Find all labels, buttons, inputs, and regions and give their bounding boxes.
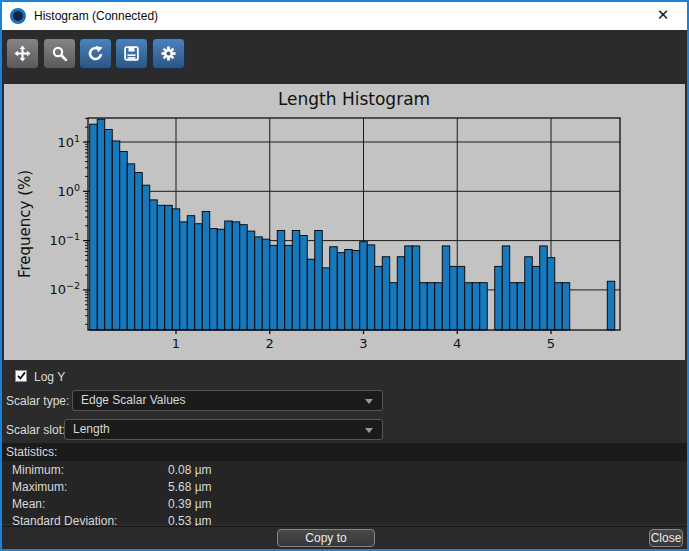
window-close-icon[interactable]: ✕ [650,6,676,26]
stat-value: 0.08 µm [168,463,212,477]
histogram-dialog: Histogram (Connected) ✕ [0,0,689,551]
svg-text:4: 4 [453,336,461,351]
svg-text:3: 3 [359,336,367,351]
stat-row-maximum: Maximum: 5.68 µm [2,480,687,495]
pan-tool-button[interactable] [6,38,39,69]
chevron-down-icon [365,399,373,404]
stat-row-mean: Mean: 0.39 µm [2,497,687,512]
check-icon [16,367,27,385]
histogram-plot[interactable]: 1234510110010−110−2Length HistogramFrequ… [4,84,685,360]
svg-text:10−2: 10−2 [49,280,80,297]
svg-text:100: 100 [57,182,80,199]
magnifier-icon [51,45,68,62]
floppy-save-icon [123,45,140,62]
svg-text:5: 5 [547,336,555,351]
svg-text:Frequency (%): Frequency (%) [16,170,34,278]
svg-text:2: 2 [266,336,274,351]
pan-icon [14,45,31,62]
scalar-type-label: Scalar type: [6,394,69,408]
save-button[interactable] [115,38,148,69]
scalar-slot-value: Length [73,422,110,436]
button-bar: Copy to Clipboard Close [2,526,687,549]
copy-to-clipboard-button[interactable]: Copy to Clipboard [277,529,375,547]
statistics-header-label: Statistics: [6,445,57,459]
scalar-slot-label: Scalar slot: [6,423,65,437]
close-button[interactable]: Close [649,529,683,547]
stat-value: 0.39 µm [168,497,212,511]
svg-text:10−1: 10−1 [49,231,80,248]
settings-button[interactable] [152,38,185,69]
scalar-type-dropdown[interactable]: Edge Scalar Values [72,390,383,411]
stat-label: Minimum: [12,463,64,477]
svg-text:101: 101 [57,133,80,150]
log-y-label: Log Y [34,370,65,384]
app-icon [10,8,26,24]
log-y-checkbox[interactable] [15,370,27,382]
gear-icon [160,45,177,62]
scalar-slot-dropdown[interactable]: Length [64,419,383,440]
chevron-down-icon [365,428,373,433]
stat-row-minimum: Minimum: 0.08 µm [2,463,687,478]
statistics-panel: Minimum: 0.08 µm Maximum: 5.68 µm Mean: … [2,461,687,524]
title-bar[interactable]: Histogram (Connected) ✕ [2,2,687,30]
scalar-type-value: Edge Scalar Values [81,393,186,407]
reset-view-button[interactable] [79,38,112,69]
histogram-chart: 1234510110010−110−2Length HistogramFrequ… [4,84,685,360]
rotate-ccw-icon [87,45,104,62]
zoom-tool-button[interactable] [43,38,76,69]
statistics-header: Statistics: [2,443,687,461]
stat-value: 5.68 µm [168,480,212,494]
stat-label: Maximum: [12,480,67,494]
svg-text:Length Histogram: Length Histogram [278,89,430,109]
stat-label: Mean: [12,497,45,511]
svg-text:1: 1 [172,336,180,351]
window-title: Histogram (Connected) [34,9,158,23]
